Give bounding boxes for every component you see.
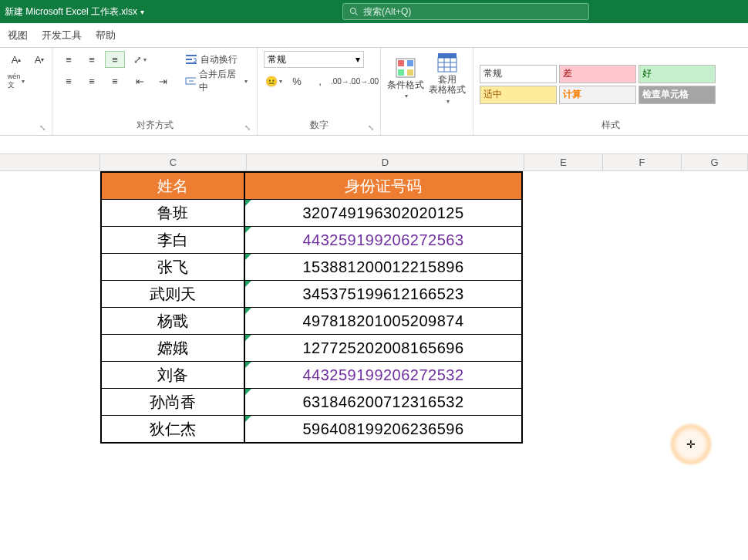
align-middle-button[interactable]: ≡: [82, 51, 102, 68]
conditional-format-icon: [395, 57, 416, 79]
title-bar: 新建 Microsoft Excel 工作表.xlsx ▾ 搜索(Alt+Q): [0, 0, 748, 23]
align-right-button[interactable]: ≡: [105, 73, 125, 89]
wrap-text-button[interactable]: 自动换行: [182, 51, 251, 68]
align-left-button[interactable]: ≡: [59, 73, 79, 89]
alignment-group-label: 对齐方式⤡: [59, 117, 251, 133]
decrease-indent-button[interactable]: ⇤: [130, 73, 150, 89]
cell-id[interactable]: 320749196302020125: [245, 200, 521, 226]
font-group-label: ⤡: [6, 130, 45, 133]
format-buttons-group: 条件格式 套用 表格格式: [381, 48, 473, 135]
styles-group: 常规 差 好 适中 计算 检查单元格 样式: [473, 48, 748, 135]
number-group-label: 数字⤡: [264, 117, 374, 133]
col-header-blank[interactable]: [0, 154, 100, 170]
col-header-c[interactable]: C: [100, 154, 247, 170]
cell-name[interactable]: 孙尚香: [102, 389, 245, 415]
cell-id[interactable]: 443259199206272532: [245, 362, 521, 388]
tab-developer[interactable]: 开发工具: [42, 29, 82, 42]
cell-id[interactable]: 443259199206272563: [245, 227, 521, 253]
cell-id[interactable]: 345375199612166523: [245, 281, 521, 307]
cell-name[interactable]: 张飞: [102, 254, 245, 280]
table-row: 孙尚香631846200712316532: [102, 388, 521, 415]
error-indicator-icon: [245, 389, 251, 395]
style-normal[interactable]: 常规: [480, 65, 557, 83]
format-buttons-spacer: [387, 120, 467, 133]
svg-rect-4: [186, 62, 197, 64]
number-launcher-icon[interactable]: ⤡: [368, 123, 374, 132]
data-table: 姓名 身份证号码 鲁班320749196302020125李白443259199…: [100, 171, 523, 444]
table-row: 李白443259199206272563: [102, 226, 521, 253]
cell-name[interactable]: 刘备: [102, 362, 245, 388]
style-good[interactable]: 好: [638, 65, 716, 83]
col-header-g[interactable]: G: [682, 154, 748, 170]
font-group-fragment: A▴ A▾ wén文 ⤡: [0, 48, 52, 135]
cell-name[interactable]: 鲁班: [102, 200, 245, 226]
svg-rect-11: [407, 69, 413, 76]
table-header-id[interactable]: 身份证号码: [245, 173, 521, 199]
increase-font-button[interactable]: A▴: [6, 51, 26, 68]
conditional-format-button[interactable]: 条件格式: [387, 51, 424, 106]
format-as-table-button[interactable]: 套用 表格格式: [429, 51, 466, 106]
font-launcher-icon[interactable]: ⤡: [39, 123, 45, 132]
number-format-combo[interactable]: 常规▾: [264, 51, 364, 68]
table-row: 嫦娥127725202008165696: [102, 334, 521, 361]
cell-name[interactable]: 杨戬: [102, 308, 245, 334]
error-indicator-icon: [245, 200, 251, 206]
col-header-d[interactable]: D: [247, 154, 524, 170]
cell-name[interactable]: 嫦娥: [102, 335, 245, 361]
orientation-button[interactable]: ⤢: [130, 51, 150, 68]
cell-styles-gallery: 常规 差 好 适中 计算 检查单元格: [480, 65, 716, 104]
style-neutral[interactable]: 适中: [480, 86, 557, 104]
table-row: 狄仁杰596408199206236596: [102, 415, 521, 442]
increase-indent-button[interactable]: ⇥: [153, 73, 173, 89]
alignment-group: ≡ ≡ ≡ ≡ ≡ ≡ ⤢ ⇤ ⇥: [52, 48, 258, 135]
accounting-format-button[interactable]: 😐: [264, 73, 284, 89]
table-row: 鲁班320749196302020125: [102, 199, 521, 226]
cell-name[interactable]: 李白: [102, 227, 245, 253]
phonetic-guide-button[interactable]: wén文: [6, 73, 26, 89]
error-indicator-icon: [245, 281, 251, 287]
decrease-font-button[interactable]: A▾: [29, 51, 49, 68]
col-header-f[interactable]: F: [603, 154, 682, 170]
error-indicator-icon: [245, 362, 251, 368]
search-box[interactable]: 搜索(Alt+Q): [342, 3, 589, 20]
error-indicator-icon: [245, 227, 251, 233]
error-indicator-icon: [245, 308, 251, 314]
cursor-plus-icon: ✛: [686, 438, 696, 450]
decrease-decimal-button[interactable]: .0→.00: [356, 73, 376, 89]
tab-view[interactable]: 视图: [8, 29, 28, 42]
align-center-button[interactable]: ≡: [82, 73, 102, 89]
error-indicator-icon: [245, 335, 251, 341]
svg-rect-2: [186, 55, 197, 56]
search-icon: [349, 7, 359, 16]
svg-rect-10: [398, 69, 404, 76]
col-header-e[interactable]: E: [524, 154, 603, 170]
svg-rect-3: [186, 59, 192, 60]
styles-group-label: 样式: [480, 117, 742, 133]
formula-bar[interactable]: [0, 136, 748, 154]
cell-name[interactable]: 武则天: [102, 281, 245, 307]
cell-id[interactable]: 631846200712316532: [245, 389, 521, 415]
align-top-button[interactable]: ≡: [59, 51, 79, 68]
increase-decimal-button[interactable]: .00→.0: [333, 73, 353, 89]
style-bad[interactable]: 差: [559, 65, 636, 83]
cell-id[interactable]: 127725202008165696: [245, 335, 521, 361]
comma-button[interactable]: ,: [310, 73, 330, 89]
search-placeholder: 搜索(Alt+Q): [363, 5, 411, 19]
cell-id[interactable]: 497818201005209874: [245, 308, 521, 334]
cell-id[interactable]: 153881200012215896: [245, 254, 521, 280]
style-check[interactable]: 检查单元格: [638, 86, 716, 104]
worksheet[interactable]: C D E F G 姓名 身份证号码 鲁班320749196302020125李…: [0, 154, 748, 171]
alignment-launcher-icon[interactable]: ⤡: [244, 123, 251, 132]
error-indicator-icon: [245, 416, 251, 422]
cell-name[interactable]: 狄仁杰: [102, 416, 245, 442]
table-header-name[interactable]: 姓名: [102, 173, 245, 199]
title-dropdown-icon[interactable]: ▾: [140, 8, 144, 16]
error-indicator-icon: [245, 254, 251, 260]
cell-id[interactable]: 596408199206236596: [245, 416, 521, 442]
percent-button[interactable]: %: [287, 73, 307, 89]
merge-center-button[interactable]: 合并后居中: [182, 73, 251, 89]
tab-help[interactable]: 帮助: [96, 29, 116, 42]
svg-line-1: [355, 13, 358, 15]
style-calc[interactable]: 计算: [559, 86, 636, 104]
align-bottom-button[interactable]: ≡: [105, 51, 125, 68]
